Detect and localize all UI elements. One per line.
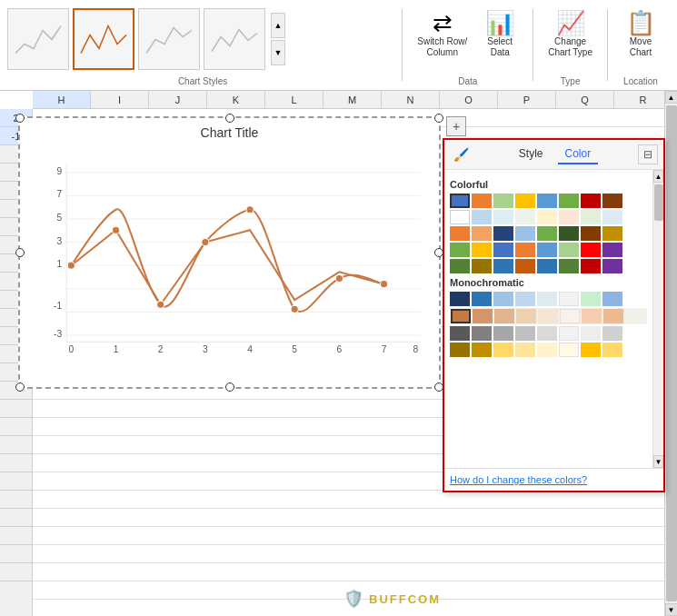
mono-3-1[interactable]: [450, 326, 470, 341]
mono-3-5[interactable]: [537, 326, 557, 341]
handle-tl[interactable]: [15, 114, 25, 123]
panel-scroll-thumb[interactable]: [654, 184, 663, 221]
mono-2-4[interactable]: [516, 309, 536, 323]
mono-1-2[interactable]: [472, 292, 492, 306]
mono-4-6[interactable]: [559, 343, 579, 357]
swatch-white[interactable]: [450, 210, 470, 224]
swatch-red[interactable]: [581, 194, 601, 208]
scroll-up-btn[interactable]: ▲: [271, 13, 285, 38]
swatch-teal-pale[interactable]: [493, 210, 513, 224]
filter-icon[interactable]: ⊟: [638, 144, 658, 164]
handle-tm[interactable]: [225, 114, 234, 123]
scroll-down-btn[interactable]: ▼: [271, 40, 285, 65]
panel-scroll-up[interactable]: ▲: [653, 170, 663, 183]
swatch-orange[interactable]: [472, 194, 492, 208]
mono-2-3[interactable]: [494, 309, 514, 323]
panel-footer-link[interactable]: How do I change these colors?: [444, 468, 663, 491]
swatch-c-orange[interactable]: [450, 226, 470, 241]
swatch-r4-5[interactable]: [537, 243, 557, 257]
swatch-c-navy[interactable]: [493, 226, 513, 241]
tab-style[interactable]: Style: [512, 144, 551, 164]
swatch-r4-3[interactable]: [493, 243, 513, 257]
change-chart-type-button[interactable]: 📈 ChangeChart Type: [543, 7, 598, 62]
swatch-blue[interactable]: [450, 194, 470, 208]
panel-scroll-down[interactable]: ▼: [653, 455, 663, 468]
mono-4-4[interactable]: [515, 343, 535, 357]
swatch-r5-5[interactable]: [537, 259, 557, 273]
chart-thumb-3[interactable]: [138, 8, 200, 70]
mono-4-7[interactable]: [581, 343, 601, 357]
scroll-thumb[interactable]: [666, 105, 677, 601]
mono-2-8[interactable]: [603, 309, 623, 323]
swatch-r5-2[interactable]: [472, 259, 492, 273]
swatch-orange-pale[interactable]: [559, 210, 579, 224]
scroll-down-arrow[interactable]: ▼: [665, 603, 678, 616]
swatch-r5-6[interactable]: [559, 259, 579, 273]
mono-3-7[interactable]: [581, 326, 601, 341]
handle-ml[interactable]: [15, 248, 25, 257]
mono-2-2[interactable]: [473, 309, 493, 323]
swatch-r5-8[interactable]: [602, 259, 622, 273]
mono-2-5[interactable]: [538, 309, 558, 323]
swatch-blue-pale[interactable]: [472, 210, 492, 224]
chart-thumb-1[interactable]: [7, 8, 69, 70]
mono-1-4[interactable]: [515, 292, 535, 306]
swatch-brown[interactable]: [602, 194, 622, 208]
mono-1-3[interactable]: [493, 292, 513, 306]
mono-2-7[interactable]: [582, 309, 602, 323]
swatch-lime-pale[interactable]: [581, 210, 601, 224]
mono-1-8[interactable]: [602, 292, 622, 306]
swatch-c-peach[interactable]: [472, 226, 492, 241]
vertical-scrollbar[interactable]: ▲ ▼: [664, 91, 677, 616]
panel-scrollbar[interactable]: ▲ ▼: [652, 170, 663, 468]
chart-plus-button[interactable]: +: [446, 116, 466, 136]
mono-4-8[interactable]: [602, 343, 622, 357]
mono-1-1[interactable]: [450, 292, 470, 306]
mono-2-1[interactable]: [451, 309, 471, 323]
mono-2-6[interactable]: [560, 309, 580, 323]
mono-4-5[interactable]: [537, 343, 557, 357]
swatch-blue-light[interactable]: [537, 194, 557, 208]
swatch-c-gold[interactable]: [602, 226, 622, 241]
chart-thumb-4[interactable]: [204, 8, 265, 70]
select-data-button[interactable]: 📊 SelectData: [476, 7, 523, 62]
tab-color[interactable]: Color: [558, 144, 599, 164]
swatch-r5-7[interactable]: [581, 259, 601, 273]
swatch-c-darkgreen[interactable]: [559, 226, 579, 241]
chart-thumb-2[interactable]: [73, 8, 134, 70]
mono-4-2[interactable]: [472, 343, 492, 357]
swatch-c-green[interactable]: [537, 226, 557, 241]
swatch-r4-6[interactable]: [559, 243, 579, 257]
brush-icon[interactable]: 🖌️: [450, 144, 472, 165]
mono-4-3[interactable]: [493, 343, 513, 357]
switch-row-col-button[interactable]: ⇄ Switch Row/Column: [412, 7, 473, 62]
swatch-r5-1[interactable]: [450, 259, 470, 273]
handle-tr[interactable]: [434, 114, 443, 123]
handle-bl[interactable]: [15, 383, 25, 392]
mono-3-4[interactable]: [515, 326, 535, 341]
move-chart-button[interactable]: 📋 MoveChart: [617, 7, 664, 62]
swatch-r4-1[interactable]: [450, 243, 470, 257]
swatch-green-pale[interactable]: [515, 210, 535, 224]
swatch-yellow-pale[interactable]: [537, 210, 557, 224]
mono-4-1[interactable]: [450, 343, 470, 357]
swatch-r5-3[interactable]: [493, 259, 513, 273]
mono-3-8[interactable]: [602, 326, 622, 341]
swatch-r4-7[interactable]: [581, 243, 601, 257]
mono-1-5[interactable]: [537, 292, 557, 306]
mono-3-2[interactable]: [472, 326, 492, 341]
scroll-up-arrow[interactable]: ▲: [665, 91, 678, 104]
swatch-r4-2[interactable]: [472, 243, 492, 257]
swatch-r4-8[interactable]: [602, 243, 622, 257]
swatch-green-light[interactable]: [493, 194, 513, 208]
swatch-sky-pale[interactable]: [602, 210, 622, 224]
swatch-c-skyblue[interactable]: [515, 226, 535, 241]
mono-3-6[interactable]: [559, 326, 579, 341]
mono-1-6[interactable]: [559, 292, 579, 306]
swatch-r5-4[interactable]: [515, 259, 535, 273]
swatch-c-rust[interactable]: [581, 226, 601, 241]
handle-bm[interactable]: [225, 383, 234, 392]
swatch-green[interactable]: [559, 194, 579, 208]
swatch-yellow[interactable]: [515, 194, 535, 208]
swatch-r4-4[interactable]: [515, 243, 535, 257]
